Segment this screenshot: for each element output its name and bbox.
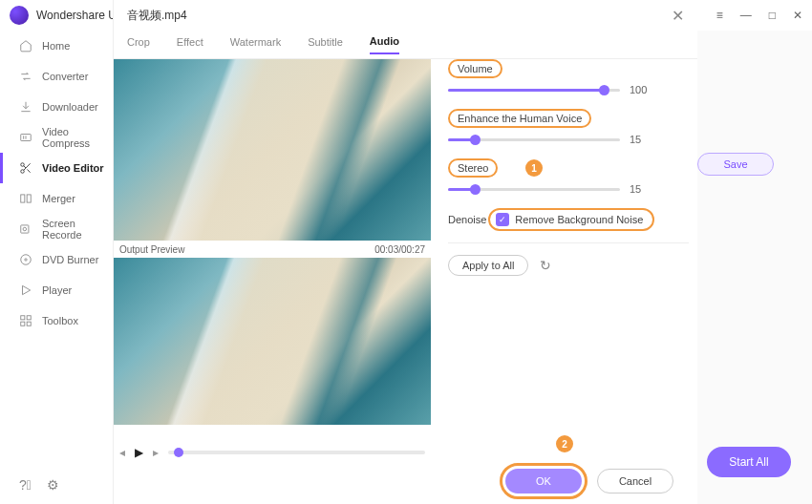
compress-icon	[19, 131, 32, 144]
stereo-value: 15	[630, 183, 641, 195]
progress-slider[interactable]	[168, 451, 425, 454]
convert-icon	[19, 70, 32, 83]
sidebar-item-compress[interactable]: Video Compress	[0, 122, 113, 153]
volume-slider[interactable]	[448, 89, 620, 92]
annotation-marker-1: 1	[525, 159, 543, 177]
modal-close-icon[interactable]: ✕	[672, 7, 684, 25]
output-preview-label: Output Preview	[119, 244, 184, 255]
svg-rect-4	[27, 195, 31, 202]
app-logo-icon	[10, 6, 29, 25]
sidebar-item-label: Merger	[42, 193, 75, 204]
svg-point-6	[23, 227, 27, 231]
scissors-icon	[19, 161, 32, 175]
remove-bg-noise-checkbox[interactable]: ✓ Remove Background Noise	[488, 208, 654, 231]
settings-icon[interactable]: ⚙	[47, 477, 59, 493]
denoise-label: Denoise	[448, 214, 486, 225]
reset-icon[interactable]: ↻	[540, 258, 551, 273]
stereo-slider[interactable]	[448, 188, 620, 191]
check-icon: ✓	[496, 213, 509, 226]
svg-point-8	[25, 259, 27, 261]
rec-icon	[19, 222, 32, 236]
sidebar-item-label: Toolbox	[42, 315, 78, 326]
sidebar-item-toolbox[interactable]: Toolbox	[0, 305, 113, 336]
svg-rect-5	[21, 225, 29, 233]
sidebar-item-label: Downloader	[42, 101, 98, 113]
cancel-button[interactable]: Cancel	[597, 469, 673, 494]
maximize-icon[interactable]: □	[769, 9, 776, 22]
sidebar-item-converter[interactable]: Converter	[0, 61, 113, 92]
sidebar-item-label: Video Compress	[42, 126, 113, 149]
prev-button[interactable]: ◂	[119, 446, 125, 459]
tab-subtitle[interactable]: Subtitle	[308, 36, 343, 53]
svg-point-1	[21, 163, 25, 167]
grid-icon	[19, 314, 32, 327]
svg-point-2	[21, 170, 25, 174]
sidebar-item-label: Player	[42, 284, 72, 296]
sidebar-item-label: DVD Burner	[42, 254, 98, 265]
ok-button[interactable]: OK	[505, 469, 582, 494]
play-button[interactable]: ▶	[135, 446, 143, 459]
sidebar-item-label: Home	[42, 40, 70, 52]
sidebar-item-home[interactable]: Home	[0, 31, 113, 61]
sidebar-item-merger[interactable]: Merger	[0, 183, 113, 214]
sidebar-item-downloader[interactable]: Downloader	[0, 92, 113, 122]
annotation-marker-2: 2	[556, 435, 573, 452]
close-icon[interactable]: ✕	[793, 9, 802, 22]
disc-icon	[19, 253, 32, 266]
save-button[interactable]: Save	[697, 153, 774, 176]
hamburger-icon[interactable]: ≡	[716, 9, 723, 22]
tab-audio[interactable]: Audio	[370, 35, 399, 54]
output-preview	[114, 258, 431, 425]
minimize-icon[interactable]: —	[740, 9, 752, 22]
svg-rect-9	[21, 316, 25, 320]
enhance-label: Enhance the Human Voice	[448, 109, 591, 128]
volume-value: 100	[630, 84, 647, 95]
sidebar-item-label: Screen Recorde	[42, 218, 113, 241]
svg-point-7	[21, 255, 32, 265]
merge-icon	[19, 192, 32, 205]
volume-label: Volume	[448, 59, 502, 78]
source-preview	[114, 59, 431, 241]
start-all-button[interactable]: Start All	[707, 447, 791, 477]
svg-rect-10	[27, 316, 31, 320]
tab-crop[interactable]: Crop	[127, 36, 150, 53]
tab-effect[interactable]: Effect	[177, 36, 203, 53]
svg-rect-3	[21, 195, 25, 202]
apply-to-all-button[interactable]: Apply to All	[448, 255, 528, 276]
editor-modal: 音视频.mp4 ✕ Crop Effect Watermark Subtitle…	[113, 0, 697, 504]
next-button[interactable]: ▸	[153, 446, 159, 459]
stereo-label: Stereo	[448, 158, 498, 178]
play-icon	[19, 284, 32, 297]
modal-title: 音视频.mp4	[127, 8, 672, 24]
enhance-slider[interactable]	[448, 138, 620, 141]
sidebar-item-label: Converter	[42, 71, 88, 82]
enhance-value: 15	[630, 134, 641, 145]
svg-rect-11	[21, 322, 25, 326]
sidebar-item-editor[interactable]: Video Editor	[0, 153, 113, 183]
sidebar-item-dvd[interactable]: DVD Burner	[0, 244, 113, 275]
home-icon	[19, 39, 32, 52]
timecode: 00:03/00:27	[374, 244, 425, 255]
sidebar-item-label: Video Editor	[42, 162, 104, 174]
download-icon	[19, 100, 32, 114]
tab-watermark[interactable]: Watermark	[230, 36, 281, 53]
sidebar-item-player[interactable]: Player	[0, 275, 113, 305]
svg-rect-12	[27, 322, 31, 326]
help-icon[interactable]: ?⃝	[19, 477, 32, 493]
sidebar-item-recorder[interactable]: Screen Recorde	[0, 214, 113, 244]
